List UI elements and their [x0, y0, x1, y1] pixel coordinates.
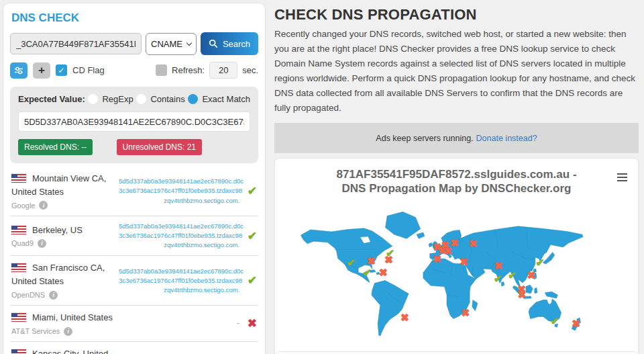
map-marker-resolved: ✔ — [535, 257, 544, 267]
server-location-cell: Mountain View CA, United States Google i — [11, 172, 119, 210]
expected-value-box: Expected Value: RegExp Contains Exact Ma… — [10, 87, 258, 163]
server-location-cell: Miami, United States AT&T Services i — [11, 311, 119, 336]
us-flag-icon — [11, 263, 26, 272]
map-marker-resolved: ✔ — [494, 273, 502, 283]
map-marker-not-resolved: ✖ — [461, 307, 470, 317]
map-marker-not-resolved: ✖ — [433, 253, 441, 263]
cd-flag-label: CD Flag — [72, 65, 105, 75]
refresh-checkbox[interactable] — [156, 64, 167, 76]
map-marker-not-resolved: ✖ — [494, 261, 503, 271]
server-location-cell: Berkeley, US Quad9 i — [11, 224, 119, 249]
ads-notice: Ads keep servers running. Donate instead… — [274, 123, 639, 153]
cd-flag-checkbox[interactable]: ✓ — [56, 64, 67, 76]
next-section-card — [274, 351, 639, 354]
search-button[interactable]: Search — [201, 32, 258, 55]
map-title: 871AF35541F95DAF8572.sslguides.com.au - … — [275, 167, 638, 196]
radio-regexp-label: RegExp — [102, 94, 133, 104]
dns-check-panel: DNS CHECK CNAME Search + ✓ CD Flag — [3, 3, 266, 354]
us-flag-icon — [11, 226, 26, 234]
server-location-cell: San Francisco CA, United States OpenDNS … — [11, 261, 119, 300]
server-provider: Quad9 — [11, 238, 34, 248]
panel-title: DNS CHECK — [11, 11, 258, 25]
radio-exact-match-label: Exact Match — [202, 94, 250, 104]
server-location-cell: Kansas City, United States WholeSale Int… — [11, 347, 119, 354]
resolved-dns-badge: Resolved DNS: -- — [18, 139, 93, 155]
map-marker-not-resolved: ✖ — [469, 238, 478, 249]
server-status-icon: ✔ — [239, 185, 257, 197]
radio-regexp[interactable]: RegExp — [88, 94, 133, 104]
search-icon — [209, 39, 218, 48]
map-marker-not-resolved: ✖ — [527, 269, 535, 279]
radio-exact-match[interactable]: Exact Match — [188, 94, 250, 104]
map-marker-resolved: ✔ — [347, 257, 356, 267]
expected-value-input[interactable] — [18, 112, 250, 132]
radio-contains-circle[interactable] — [136, 94, 146, 104]
server-location: Berkeley, US — [32, 225, 83, 235]
search-button-label: Search — [223, 39, 250, 49]
filter-settings-button[interactable] — [10, 62, 28, 79]
info-icon[interactable]: i — [49, 291, 58, 300]
map-marker-not-resolved: ✖ — [450, 238, 459, 248]
server-row-mountain-view: Mountain View CA, United States Google i… — [10, 167, 258, 216]
donate-link[interactable]: Donate instead? — [476, 134, 537, 143]
expected-value-label: Expected Value: — [18, 94, 85, 104]
chevron-down-icon — [186, 40, 192, 45]
add-server-button[interactable]: + — [33, 62, 50, 79]
server-dns-value: 5d5d337ab0a3e93948141ae2ec67890c.d0c3c3e… — [119, 222, 239, 250]
search-row: CNAME Search — [10, 32, 258, 55]
map-marker-not-resolved: ✖ — [517, 289, 526, 299]
server-row-kansas-city: Kansas City, United States WholeSale Int… — [10, 342, 258, 354]
dns-server-list: Mountain View CA, United States Google i… — [10, 167, 258, 354]
unresolved-dns-badge: Unresolved DNS: 21 — [117, 139, 202, 155]
map-marker-resolved: ✔ — [363, 267, 372, 277]
server-dns-value: 5d5d337ab0a3e93948141ae2ec67890c.d0c3c3e… — [119, 267, 239, 295]
options-row: + ✓ CD Flag Refresh: sec. — [10, 62, 258, 79]
info-icon[interactable]: i — [38, 239, 46, 248]
refresh-seconds-input[interactable] — [209, 62, 237, 79]
map-marker-not-resolved: ✖ — [572, 318, 580, 328]
radio-exact-match-circle[interactable] — [188, 94, 198, 104]
map-marker-not-resolved: ✖ — [400, 312, 409, 322]
server-status-icon: ✔ — [239, 230, 257, 242]
record-type-select[interactable]: CNAME — [146, 33, 197, 55]
chart-menu-button[interactable] — [616, 170, 629, 185]
us-flag-icon — [11, 313, 26, 322]
radio-contains[interactable]: Contains — [136, 94, 184, 104]
map-marker-layer: ✔✔✖✔✖✖✖✖✖✖✖✖✖✖✖✔✔✖✔✖✖✖✖✔✖ — [283, 200, 630, 349]
world-map: ✔✔✖✔✖✖✖✖✖✖✖✖✖✖✖✔✔✖✔✖✖✖✖✔✖ — [283, 200, 630, 349]
propagation-map-card: 871AF35541F95DAF8572.sslguides.com.au - … — [274, 158, 639, 354]
info-icon[interactable]: i — [64, 327, 72, 336]
server-status-icon: ✔ — [239, 275, 257, 286]
map-marker-resolved: ✔ — [551, 315, 559, 325]
refresh-label: Refresh: — [172, 65, 205, 75]
server-row-miami: Miami, United States AT&T Services i - ✖ — [10, 306, 258, 342]
radio-regexp-circle[interactable] — [88, 94, 98, 104]
ads-text: Ads keep servers running. — [376, 134, 473, 143]
map-marker-not-resolved: ✖ — [460, 256, 468, 266]
us-flag-icon — [11, 349, 26, 354]
record-type-value: CNAME — [151, 39, 182, 49]
server-row-berkeley: Berkeley, US Quad9 i 5d5d337ab0a3e939481… — [10, 216, 258, 256]
server-location: Miami, United States — [32, 312, 113, 322]
radio-contains-label: Contains — [150, 94, 184, 104]
server-dns-value: - — [119, 318, 239, 329]
map-marker-not-resolved: ✖ — [384, 254, 393, 264]
map-title-line2: DNS Propagation Map by DNSChecker.org — [275, 181, 638, 195]
map-marker-resolved: ✔ — [508, 269, 517, 279]
map-marker-not-resolved: ✖ — [379, 267, 388, 277]
server-provider: AT&T Services — [11, 326, 60, 336]
refresh-group: Refresh: sec. — [156, 62, 258, 79]
server-provider: Google — [11, 201, 35, 210]
us-flag-icon — [11, 174, 26, 183]
hostname-input[interactable] — [10, 33, 142, 54]
sliders-icon — [14, 67, 23, 75]
intro-paragraph: Recently changed your DNS records, switc… — [274, 27, 639, 116]
map-title-line1: 871AF35541F95DAF8572.sslguides.com.au - — [275, 167, 638, 181]
map-marker-not-resolved: ✖ — [367, 255, 376, 265]
server-status-icon: ✖ — [239, 318, 257, 329]
server-row-san-francisco: San Francisco CA, United States OpenDNS … — [10, 256, 258, 306]
page-title: CHECK DNS PROPAGATION — [274, 6, 639, 24]
info-icon[interactable]: i — [39, 201, 48, 210]
server-dns-value: 5d5d337ab0a3e93948141ae2ec67890c.d0c3c3e… — [119, 177, 239, 205]
main-content: CHECK DNS PROPAGATION Recently changed y… — [274, 0, 639, 354]
